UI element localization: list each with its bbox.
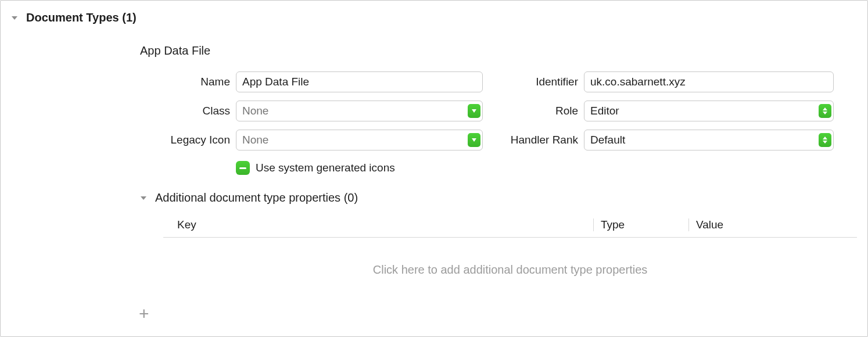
role-label: Role: [508, 105, 578, 117]
updown-arrows-icon[interactable]: [819, 104, 831, 118]
class-input[interactable]: [236, 101, 483, 121]
chevron-down-icon: [140, 195, 147, 202]
handler-rank-value[interactable]: [584, 130, 834, 150]
name-row: Name: [140, 71, 483, 92]
legacy-icon-combobox[interactable]: [236, 130, 483, 150]
additional-properties-table: Key Type Value Click here to add additio…: [163, 218, 857, 277]
system-icons-checkbox-row[interactable]: Use system generated icons: [236, 161, 483, 175]
identifier-row: Identifier: [508, 71, 834, 92]
section-title: Document Types (1): [26, 11, 137, 24]
class-row: Class: [140, 101, 483, 121]
column-header-key[interactable]: Key: [163, 218, 593, 231]
column-header-type[interactable]: Type: [593, 218, 688, 231]
system-icons-label: Use system generated icons: [256, 162, 395, 174]
column-header-value[interactable]: Value: [688, 218, 857, 231]
role-value[interactable]: [584, 101, 834, 121]
legacy-icon-row: Legacy Icon: [140, 130, 483, 150]
legacy-icon-input[interactable]: [236, 130, 483, 150]
additional-properties-title: Additional document type properties (0): [155, 191, 358, 205]
class-label: Class: [140, 105, 230, 117]
dropdown-arrow-icon[interactable]: [468, 133, 480, 147]
identifier-label: Identifier: [508, 76, 578, 88]
dropdown-arrow-icon[interactable]: [468, 104, 480, 118]
additional-properties-header[interactable]: Additional document type properties (0): [140, 191, 857, 205]
add-document-type-button[interactable]: +: [139, 305, 149, 322]
section-header[interactable]: Document Types (1): [11, 11, 857, 24]
document-title: App Data File: [140, 44, 857, 58]
checkbox-mixed-icon[interactable]: [236, 161, 250, 175]
identifier-input[interactable]: [584, 71, 834, 92]
name-label: Name: [140, 76, 230, 88]
handler-rank-row: Handler Rank: [508, 130, 834, 150]
updown-arrows-icon[interactable]: [819, 133, 831, 147]
handler-rank-label: Handler Rank: [508, 134, 578, 146]
class-combobox[interactable]: [236, 101, 483, 121]
add-property-placeholder[interactable]: Click here to add additional document ty…: [163, 263, 857, 277]
name-input[interactable]: [236, 71, 483, 92]
table-header-row: Key Type Value: [163, 218, 857, 238]
chevron-down-icon: [11, 15, 18, 21]
role-popup[interactable]: [584, 101, 834, 121]
handler-rank-popup[interactable]: [584, 130, 834, 150]
document-types-panel: Document Types (1) App Data File Name Cl…: [0, 0, 868, 337]
legacy-icon-label: Legacy Icon: [140, 134, 230, 146]
role-row: Role: [508, 101, 834, 121]
